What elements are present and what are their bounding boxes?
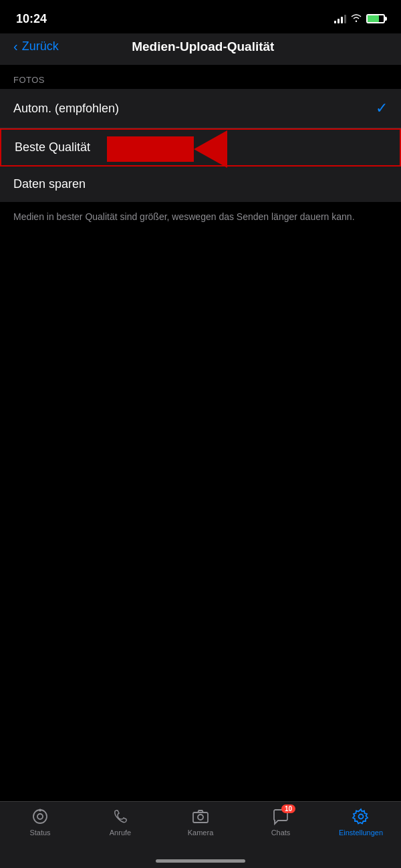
status-time: 10:24 <box>16 12 47 26</box>
section-label: FOTOS <box>13 75 45 85</box>
tab-einstellungen-label: Einstellungen <box>339 829 383 837</box>
tab-kamera[interactable]: Kamera <box>160 807 241 837</box>
tab-kamera-label: Kamera <box>188 829 214 837</box>
status-icons <box>334 13 385 25</box>
svg-point-4 <box>198 815 203 820</box>
settings-icon <box>352 807 370 826</box>
nav-header: ‹ Zurück Medien-Upload-Qualität <box>0 33 401 65</box>
tab-status[interactable]: Status <box>0 807 80 837</box>
svg-point-5 <box>359 815 364 819</box>
tab-status-label: Status <box>29 829 50 837</box>
svg-point-0 <box>33 810 47 823</box>
chats-badge: 10 <box>281 804 295 813</box>
info-text: Medien in bester Qualität sind größer, w… <box>0 202 401 237</box>
list-item-best-label: Beste Qualität <box>15 140 90 154</box>
tab-chats-label: Chats <box>271 829 291 837</box>
page-title: Medien-Upload-Qualität <box>19 39 388 54</box>
svg-point-2 <box>39 809 41 812</box>
list-container: Autom. (empfohlen) ✓ Beste Qualität Date… <box>0 89 401 202</box>
tab-anrufe-label: Anrufe <box>110 829 131 837</box>
wifi-icon <box>350 13 362 25</box>
checkmark-icon: ✓ <box>376 100 388 117</box>
tab-bar: Status Anrufe Kamera 10 Chats <box>0 801 401 868</box>
list-item-auto[interactable]: Autom. (empfohlen) ✓ <box>0 89 401 128</box>
chat-icon: 10 <box>271 807 290 826</box>
svg-point-1 <box>37 814 43 819</box>
battery-icon <box>366 14 385 23</box>
phone-icon <box>111 807 130 826</box>
tab-chats[interactable]: 10 Chats <box>241 807 321 837</box>
camera-icon <box>191 807 210 826</box>
home-indicator <box>156 859 245 863</box>
tab-einstellungen[interactable]: Einstellungen <box>321 807 401 837</box>
status-icon <box>31 807 49 826</box>
list-item-save[interactable]: Daten sparen <box>0 167 401 202</box>
back-chevron-icon: ‹ <box>13 39 18 54</box>
signal-icon <box>334 14 346 23</box>
list-item-auto-label: Autom. (empfohlen) <box>13 102 119 116</box>
list-item-best[interactable]: Beste Qualität <box>0 128 401 167</box>
tab-anrufe[interactable]: Anrufe <box>80 807 160 837</box>
status-bar: 10:24 <box>0 0 401 33</box>
list-item-save-label: Daten sparen <box>13 177 86 191</box>
section-gap: FOTOS <box>0 65 401 89</box>
